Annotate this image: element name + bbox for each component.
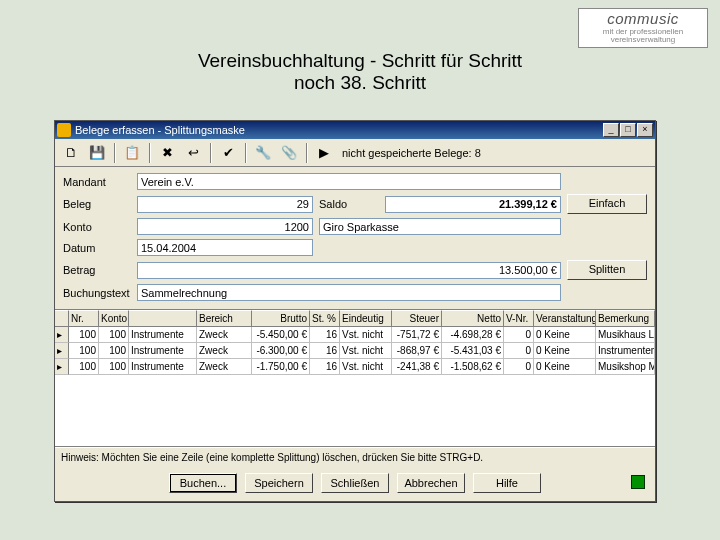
row-marker[interactable]: ▸: [55, 359, 69, 375]
speichern-button[interactable]: Speichern: [245, 473, 313, 493]
cell-eind[interactable]: Vst. nicht: [340, 359, 392, 375]
abbrechen-button[interactable]: Abbrechen: [397, 473, 465, 493]
titlebar[interactable]: Belege erfassen - Splittungsmaske _ □ ×: [55, 121, 655, 139]
cell-veranst[interactable]: 0 Keine: [534, 343, 596, 359]
cell-veranst[interactable]: 0 Keine: [534, 359, 596, 375]
run-icon[interactable]: ▶: [312, 142, 336, 164]
col-bereich[interactable]: Bereich: [197, 310, 252, 327]
undo-icon[interactable]: ↩: [181, 142, 205, 164]
cell-steuer[interactable]: -241,38 €: [392, 359, 442, 375]
cell-bemerk[interactable]: Musikhaus Lüge: [596, 327, 655, 343]
cell-vnr[interactable]: 0: [504, 359, 534, 375]
cell-netto[interactable]: -4.698,28 €: [442, 327, 504, 343]
hilfe-button[interactable]: Hilfe: [473, 473, 541, 493]
button-bar: Buchen... Speichern Schließen Abbrechen …: [55, 467, 655, 501]
cell-k1[interactable]: 100: [99, 359, 129, 375]
split-grid[interactable]: Nr. Konto Bereich Brutto St. % Eindeutig…: [55, 309, 655, 447]
cell-eind[interactable]: Vst. nicht: [340, 327, 392, 343]
cell-stpct[interactable]: 16: [310, 359, 340, 375]
save-icon[interactable]: 💾: [85, 142, 109, 164]
grid-empty-area[interactable]: [55, 375, 655, 447]
window-icon: [57, 123, 71, 137]
cell-stpct[interactable]: 16: [310, 327, 340, 343]
col-vnr[interactable]: V-Nr.: [504, 310, 534, 327]
cell-k2[interactable]: Instrumente: [129, 343, 197, 359]
splitten-button[interactable]: Splitten: [567, 260, 647, 280]
cell-brutto[interactable]: -1.750,00 €: [252, 359, 310, 375]
window-title: Belege erfassen - Splittungsmaske: [75, 124, 603, 136]
minimize-button[interactable]: _: [603, 123, 619, 137]
mandant-label: Mandant: [63, 176, 131, 188]
cell-netto[interactable]: -5.431,03 €: [442, 343, 504, 359]
buchen-button[interactable]: Buchen...: [169, 473, 237, 493]
col-konto2[interactable]: [129, 310, 197, 327]
cell-netto[interactable]: -1.508,62 €: [442, 359, 504, 375]
dialog-window: Belege erfassen - Splittungsmaske _ □ × …: [54, 120, 656, 502]
brand-name: commusic: [583, 11, 703, 28]
cell-vnr[interactable]: 0: [504, 327, 534, 343]
cell-bereich[interactable]: Zweck: [197, 343, 252, 359]
konto-field[interactable]: 1200: [137, 218, 313, 235]
col-konto[interactable]: Konto: [99, 310, 129, 327]
table-row[interactable]: ▸100100InstrumenteZweck-6.300,00 €16Vst.…: [55, 343, 655, 359]
beleg-label: Beleg: [63, 198, 131, 210]
cell-k2[interactable]: Instrumente: [129, 327, 197, 343]
separator: [210, 143, 211, 163]
cell-bemerk[interactable]: Musikshop Müller: [596, 359, 655, 375]
cell-bereich[interactable]: Zweck: [197, 327, 252, 343]
mandant-field[interactable]: Verein e.V.: [137, 173, 561, 190]
status-led: [631, 475, 645, 489]
einfach-button[interactable]: Einfach: [567, 194, 647, 214]
close-button[interactable]: ×: [637, 123, 653, 137]
row-marker[interactable]: ▸: [55, 327, 69, 343]
cell-nr[interactable]: 100: [69, 359, 99, 375]
cell-stpct[interactable]: 16: [310, 343, 340, 359]
betrag-field[interactable]: 13.500,00 €: [137, 262, 561, 279]
datum-field[interactable]: 15.04.2004: [137, 239, 313, 256]
cell-brutto[interactable]: -5.450,00 €: [252, 327, 310, 343]
btext-field[interactable]: Sammelrechnung: [137, 284, 561, 301]
schliessen-button[interactable]: Schließen: [321, 473, 389, 493]
brand-logo: commusic mit der professionellen vereins…: [578, 8, 708, 48]
konto-label: Konto: [63, 221, 131, 233]
btext-label: Buchungstext: [63, 287, 131, 299]
cell-k1[interactable]: 100: [99, 343, 129, 359]
col-steuer[interactable]: Steuer: [392, 310, 442, 327]
cell-veranst[interactable]: 0 Keine: [534, 327, 596, 343]
title-line1: Vereinsbuchhaltung - Schritt für Schritt: [0, 50, 720, 72]
cell-nr[interactable]: 100: [69, 327, 99, 343]
hint-text: Hinweis: Möchten Sie eine Zeile (eine ko…: [55, 447, 655, 467]
attach-icon[interactable]: 📎: [277, 142, 301, 164]
confirm-icon[interactable]: ✔: [216, 142, 240, 164]
col-bemerk[interactable]: Bemerkung: [596, 310, 655, 327]
unsaved-info: nicht gespeicherte Belege: 8: [342, 147, 481, 159]
paste-icon[interactable]: 📋: [120, 142, 144, 164]
col-eind[interactable]: Eindeutig: [340, 310, 392, 327]
cell-bereich[interactable]: Zweck: [197, 359, 252, 375]
cell-brutto[interactable]: -6.300,00 €: [252, 343, 310, 359]
table-row[interactable]: ▸100100InstrumenteZweck-1.750,00 €16Vst.…: [55, 359, 655, 375]
delete-icon[interactable]: ✖: [155, 142, 179, 164]
cell-eind[interactable]: Vst. nicht: [340, 343, 392, 359]
cell-steuer[interactable]: -868,97 €: [392, 343, 442, 359]
new-icon[interactable]: 🗋: [59, 142, 83, 164]
col-nr[interactable]: Nr.: [69, 310, 99, 327]
col-veranst[interactable]: Veranstaltung: [534, 310, 596, 327]
cell-nr[interactable]: 100: [69, 343, 99, 359]
col-brutto[interactable]: Brutto: [252, 310, 310, 327]
table-row[interactable]: ▸100100InstrumenteZweck-5.450,00 €16Vst.…: [55, 327, 655, 343]
separator: [149, 143, 150, 163]
settings-icon[interactable]: 🔧: [251, 142, 275, 164]
cell-vnr[interactable]: 0: [504, 343, 534, 359]
row-marker[interactable]: ▸: [55, 343, 69, 359]
cell-k1[interactable]: 100: [99, 327, 129, 343]
col-netto[interactable]: Netto: [442, 310, 504, 327]
toolbar: 🗋 💾 📋 ✖ ↩ ✔ 🔧 📎 ▶ nicht gespeicherte Bel…: [55, 139, 655, 167]
beleg-field[interactable]: 29: [137, 196, 313, 213]
col-stpct[interactable]: St. %: [310, 310, 340, 327]
maximize-button[interactable]: □: [620, 123, 636, 137]
cell-steuer[interactable]: -751,72 €: [392, 327, 442, 343]
cell-k2[interactable]: Instrumente: [129, 359, 197, 375]
datum-label: Datum: [63, 242, 131, 254]
cell-bemerk[interactable]: Instrumentenbauer: [596, 343, 655, 359]
